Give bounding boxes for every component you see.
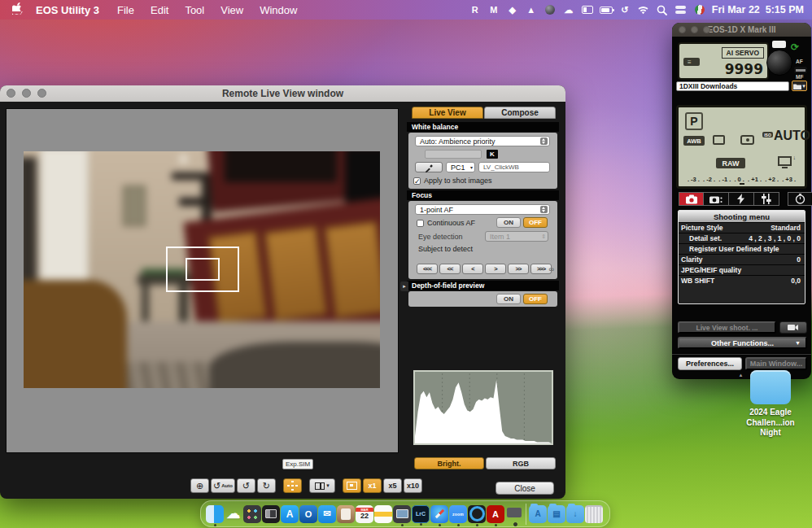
zoom-window-button[interactable] [703,26,710,33]
split-view-button[interactable]: ▾ [309,478,335,493]
focus-step-button[interactable]: << [439,264,461,274]
time-machine-icon[interactable]: ↺ [618,3,631,16]
tab-shooting-2[interactable] [704,192,729,206]
white-balance-badge[interactable]: AWB [683,136,705,146]
app-menu-name[interactable]: EOS Utility 3 [28,4,107,16]
tab-custom-functions[interactable] [754,192,779,206]
onedrive-icon[interactable]: ☁ [562,3,575,16]
apply-checkbox[interactable]: ✓ [413,177,421,185]
af-mf-switch[interactable] [794,67,807,73]
minimize-window-button[interactable] [691,26,698,33]
shooting-menu-row[interactable]: Detail set.4 , 2 , 3 , 1 , 0 , 0 [679,233,805,243]
control-center-icon[interactable] [674,3,688,16]
af-points-display-button[interactable] [283,478,302,493]
tab-live-view[interactable]: Live View [412,107,483,119]
raw-quality-badge[interactable]: RAW [716,158,745,168]
close-window-button[interactable] [7,89,15,98]
spotlight-icon[interactable] [656,3,669,16]
dock-notes[interactable] [374,505,392,523]
exposure-compensation-scale[interactable]: . -3 . . -2 . . -1 . . 0 . . +1 . . +2 .… [679,176,805,183]
dock-lightroom-classic[interactable]: LrC [412,505,430,523]
minimize-window-button[interactable] [22,89,31,98]
apple-menu-icon[interactable] [8,2,26,17]
zoom-x10-button[interactable]: x10 [404,478,422,493]
download-to-computer-icon[interactable] [778,156,792,166]
refresh-icon[interactable]: ⟳ [791,41,799,53]
camera-title-bar[interactable]: EOS-1D X Mark III [672,23,811,37]
menu-edit[interactable]: Edit [142,4,177,16]
wifi-icon[interactable] [637,3,650,16]
dof-on-button[interactable]: ON [496,294,521,304]
tab-flash[interactable] [729,192,754,206]
wb-mode-select[interactable]: Auto: Ambience priority [415,136,550,146]
main-window-button[interactable]: Main Window... [745,357,807,370]
desktop-folder-2024-eagle[interactable]: 2024 Eagle Challen...ion Night [749,370,792,439]
continuous-af-off-button[interactable]: OFF [523,217,548,228]
zoom-x1-button[interactable]: x1 [363,478,382,493]
dock-calendar[interactable]: MAR22 [356,505,373,523]
eyedropper-button[interactable] [415,162,443,172]
kelvin-input[interactable] [425,150,482,159]
destination-folder-field[interactable]: 1DXIII Downloads [676,81,789,91]
dock-mission-control[interactable] [262,505,280,523]
dock-screen-sharing[interactable] [393,505,411,523]
click-wb-input[interactable]: LV_ClickWB [478,162,550,172]
drive-mode-icon[interactable] [713,135,725,145]
tab-shooting[interactable] [679,192,704,206]
tab-timer[interactable] [788,192,812,206]
panel-collapse-arrow[interactable]: ▸ [400,281,408,291]
rotate-ccw-button[interactable]: ↺ [237,478,255,493]
dock-folder-documents[interactable]: ▤ [548,505,565,523]
input-source-icon[interactable] [693,3,706,16]
menu-file[interactable]: File [109,4,142,16]
dock-outlook[interactable]: O [299,505,317,523]
shutter-button[interactable] [766,50,792,76]
dropbox-icon[interactable]: ◆ [506,3,519,16]
zoom-window-button[interactable] [37,89,46,98]
close-window-button[interactable] [679,26,686,33]
focus-step-button[interactable]: < [462,264,483,274]
live-view-shoot-button[interactable]: Live View shoot. ... [678,321,776,334]
af-point-select-button[interactable]: ⊕ [190,478,209,493]
dock-launchpad[interactable] [243,505,261,523]
camera-menubar-icon[interactable] [544,3,557,16]
iso-value[interactable]: AUTO [774,129,810,143]
shooting-menu-row[interactable]: Picture StyleStandard [679,222,805,233]
continuous-af-on-button[interactable]: ON [496,217,521,228]
live-view-image[interactable] [24,151,380,388]
dock-trash[interactable] [585,505,603,523]
dock-acrobat[interactable]: A [487,505,504,523]
movie-mode-button[interactable] [779,321,807,334]
dock-quicktime[interactable] [468,505,486,523]
menu-view[interactable]: View [212,4,251,16]
zoom-frame-button[interactable] [343,478,361,493]
continuous-af-checkbox[interactable] [417,220,424,227]
display-icon[interactable] [581,3,594,16]
dock-folder-applications[interactable]: A [529,505,547,523]
eye-detection-select[interactable]: Item 1⇕ [485,231,548,242]
pc-select[interactable]: PC1▾ [446,162,475,172]
dock-onedrive[interactable]: ☁ [225,505,242,523]
deploy-icon[interactable]: ▲ [525,3,538,16]
dock-safari[interactable] [430,505,448,523]
focus-step-button[interactable]: > [485,264,506,274]
histogram-bright-button[interactable]: Bright. [414,457,484,469]
menu-window[interactable]: Window [251,4,305,16]
zoom-x5-button[interactable]: x5 [383,478,402,493]
dock-contacts[interactable] [337,505,355,523]
shooting-menu-row[interactable]: Clarity0 [679,254,805,264]
focus-step-button[interactable]: <<< [417,264,438,274]
histogram-rgb-button[interactable]: RGB [486,457,556,469]
focus-step-button[interactable]: >> [508,264,529,274]
af-frame-inner[interactable] [186,258,220,281]
menu-bar-clock[interactable]: Fri Mar 22 5:15 PM [712,4,804,15]
battery-icon[interactable] [600,3,613,16]
dof-off-button[interactable]: OFF [523,294,548,304]
menu-tool[interactable]: Tool [177,4,212,16]
collapse-arrow-icon[interactable]: ▲ [739,373,744,377]
preferences-button[interactable]: Preferences... [678,357,742,370]
folder-settings-button[interactable]: ▾ [792,81,807,91]
auto-rotate-button[interactable]: ↺Auto [211,478,235,493]
shooting-mode[interactable]: P [685,112,703,130]
dock-eos-utility[interactable] [505,505,523,523]
